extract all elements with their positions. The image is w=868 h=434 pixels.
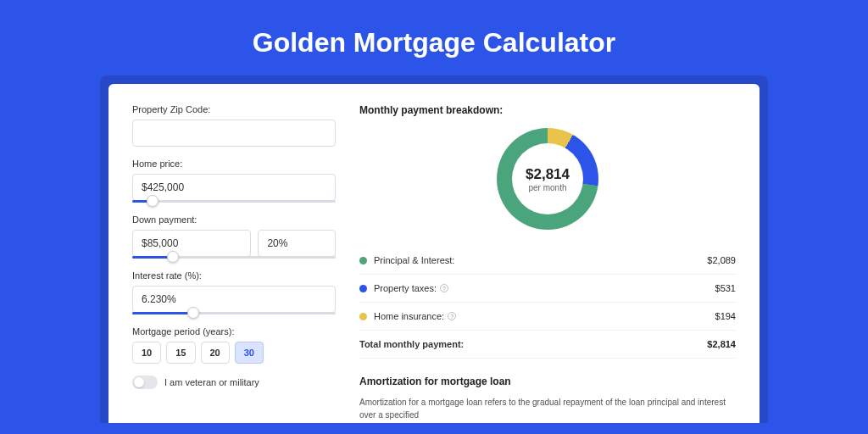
donut-chart: $2,814 per month <box>497 128 598 230</box>
legend-dot <box>359 313 367 320</box>
info-icon[interactable]: ? <box>440 284 448 292</box>
legend-row-principal: Principal & Interest: $2,089 <box>359 247 736 275</box>
period-btn-15[interactable]: 15 <box>166 342 195 364</box>
legend-value: $531 <box>715 283 736 293</box>
amortization-title: Amortization for mortgage loan <box>359 376 736 387</box>
info-icon[interactable]: ? <box>448 312 456 320</box>
period-options: 10 15 20 30 <box>132 342 336 364</box>
donut-amount: $2,814 <box>526 166 570 183</box>
legend-value: $194 <box>715 311 736 321</box>
rate-slider-thumb[interactable] <box>187 307 199 319</box>
price-input[interactable] <box>132 174 336 201</box>
legend-dot <box>359 257 367 264</box>
down-payment-group: Down payment: <box>132 214 336 259</box>
period-label: Mortgage period (years): <box>132 326 336 337</box>
legend-row-insurance: Home insurance:? $194 <box>359 303 736 331</box>
veteran-toggle[interactable] <box>132 376 158 389</box>
legend-dot <box>359 285 367 292</box>
price-label: Home price: <box>132 159 336 169</box>
legend-label: Property taxes:? <box>374 283 715 293</box>
rate-label: Interest rate (%): <box>132 270 336 281</box>
legend-label: Home insurance:? <box>374 311 715 321</box>
donut-wrap: $2,814 per month <box>359 128 736 230</box>
veteran-row: I am veteran or military <box>132 376 336 389</box>
legend-total-label: Total monthly payment: <box>359 339 707 349</box>
down-payment-slider-thumb[interactable] <box>167 251 179 263</box>
donut-center: $2,814 per month <box>512 143 583 214</box>
donut-sub: per month <box>528 183 566 192</box>
legend-total-value: $2,814 <box>707 339 736 349</box>
legend-label: Principal & Interest: <box>374 255 707 265</box>
zip-input[interactable] <box>132 120 336 147</box>
down-payment-pct-input[interactable] <box>258 230 336 257</box>
period-btn-30[interactable]: 30 <box>235 342 264 364</box>
amortization-text: Amortization for a mortgage loan refers … <box>359 396 736 421</box>
breakdown-column: Monthly payment breakdown: $2,814 per mo… <box>359 104 736 423</box>
rate-slider[interactable] <box>132 312 336 314</box>
legend-row-total: Total monthly payment: $2,814 <box>359 331 736 359</box>
legend: Principal & Interest: $2,089 Property ta… <box>359 247 736 359</box>
rate-input[interactable] <box>132 286 336 313</box>
veteran-toggle-knob <box>134 377 144 387</box>
calculator-card: Property Zip Code: Home price: Down paym… <box>108 84 760 423</box>
period-btn-20[interactable]: 20 <box>201 342 230 364</box>
card-shadow: Property Zip Code: Home price: Down paym… <box>100 75 768 423</box>
down-payment-label: Down payment: <box>132 214 336 225</box>
veteran-label: I am veteran or military <box>164 377 259 387</box>
form-column: Property Zip Code: Home price: Down paym… <box>132 104 336 423</box>
zip-group: Property Zip Code: <box>132 104 336 147</box>
price-slider-thumb[interactable] <box>147 195 159 207</box>
down-payment-slider[interactable] <box>132 256 336 259</box>
down-payment-amount-input[interactable] <box>132 230 251 257</box>
period-btn-10[interactable]: 10 <box>132 342 161 364</box>
legend-row-taxes: Property taxes:? $531 <box>359 275 736 303</box>
legend-value: $2,089 <box>707 255 736 265</box>
rate-group: Interest rate (%): <box>132 270 336 314</box>
zip-label: Property Zip Code: <box>132 104 336 114</box>
period-group: Mortgage period (years): 10 15 20 30 <box>132 326 336 364</box>
breakdown-title: Monthly payment breakdown: <box>359 104 736 116</box>
price-slider[interactable] <box>132 200 336 203</box>
price-group: Home price: <box>132 159 336 203</box>
page-title: Golden Mortgage Calculator <box>0 0 868 75</box>
